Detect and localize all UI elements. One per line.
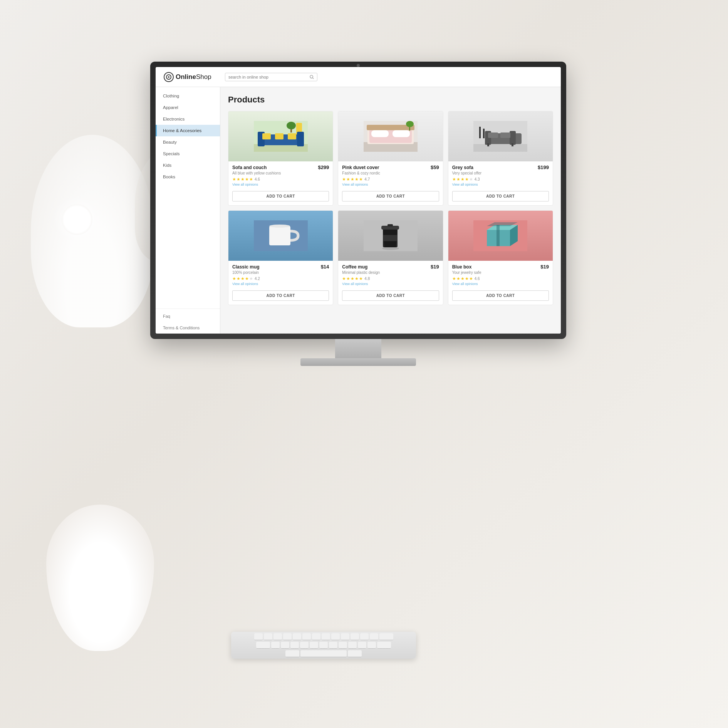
product-rating-sofa: ★ ★ ★ ★ ★ 4.6	[232, 177, 329, 182]
add-to-cart-duvet[interactable]: ADD TO CART	[342, 191, 439, 201]
search-bar[interactable]	[225, 73, 317, 81]
svg-point-24	[406, 121, 414, 127]
monitor-frame: OnlineShop Clothing	[150, 62, 566, 339]
monitor-neck	[335, 339, 381, 358]
svg-rect-12	[275, 133, 283, 139]
stars-sofa: ★ ★ ★ ★ ★	[232, 177, 253, 182]
product-image-duvet	[338, 111, 443, 161]
product-info-mug: Classic mug $14 100% porcelain ★ ★ ★	[228, 261, 333, 287]
svg-rect-10	[297, 132, 304, 146]
product-card-grey-sofa: Grey sofa $199 Very special offer ★ ★ ★	[448, 111, 553, 206]
product-name-sofa: Sofa and couch	[232, 165, 267, 170]
svg-point-2	[168, 76, 169, 78]
product-info-sofa: Sofa and couch $299 All blue with yellow…	[228, 161, 333, 188]
product-desc-box: Your jewelry safe	[452, 270, 549, 275]
rating-value-coffee-mug: 4.8	[364, 277, 370, 281]
product-card-sofa: Sofa and couch $299 All blue with yellow…	[228, 111, 333, 206]
sidebar-item-books[interactable]: Books	[156, 171, 220, 183]
svg-rect-44	[387, 224, 393, 226]
product-card-duvet: Pink duvet cover $59 Fashion & cozy nord…	[338, 111, 443, 206]
view-opinions-coffee-mug[interactable]: View all opinions	[342, 282, 439, 286]
product-image-sofa	[228, 111, 333, 161]
product-price-coffee-mug: $19	[431, 264, 439, 270]
view-opinions-sofa[interactable]: View all opinions	[232, 183, 329, 186]
sidebar-item-clothing[interactable]: Clothing	[156, 90, 220, 102]
sidebar-item-apparel[interactable]: Apparel	[156, 102, 220, 113]
keyboard	[231, 632, 416, 659]
view-opinions-duvet[interactable]: View all opinions	[342, 183, 439, 186]
svg-rect-20	[371, 130, 389, 137]
search-icon	[310, 75, 314, 79]
view-opinions-box[interactable]: View all opinions	[452, 282, 549, 286]
view-opinions-mug[interactable]: View all opinions	[232, 282, 329, 286]
svg-rect-26	[473, 144, 527, 152]
product-desc-mug: 100% porcelain	[232, 270, 329, 275]
page-title: Products	[228, 95, 553, 105]
sidebar-item-kids[interactable]: Kids	[156, 159, 220, 171]
sidebar-item-home[interactable]: Home & Accesories	[156, 125, 220, 136]
add-to-cart-box[interactable]: ADD TO CART	[452, 290, 549, 301]
add-to-cart-coffee-mug[interactable]: ADD TO CART	[342, 290, 439, 301]
product-name-mug: Classic mug	[232, 264, 260, 270]
logo: OnlineShop	[163, 72, 217, 82]
product-image-grey-sofa	[448, 111, 553, 161]
product-desc-coffee-mug: Minimal plastic design	[342, 270, 439, 275]
svg-point-3	[310, 75, 313, 78]
product-rating-duvet: ★ ★ ★ ★ ★ 4.7	[342, 177, 439, 182]
svg-point-40	[382, 247, 399, 250]
sidebar-nav: Clothing Apparel Electronics Home & Acce…	[156, 90, 220, 309]
product-price-sofa: $299	[318, 164, 329, 170]
svg-rect-34	[487, 143, 489, 146]
product-name-grey-sofa: Grey sofa	[452, 165, 473, 170]
monitor-base	[300, 358, 416, 366]
product-image-mug	[228, 211, 333, 261]
svg-rect-33	[500, 133, 510, 138]
add-to-cart-sofa[interactable]: ADD TO CART	[232, 191, 329, 201]
product-desc-duvet: Fashion & cozy nordic	[342, 171, 439, 175]
svg-rect-45	[383, 235, 398, 241]
product-info-duvet: Pink duvet cover $59 Fashion & cozy nord…	[338, 161, 443, 188]
product-rating-mug: ★ ★ ★ ★ ★ 4.2	[232, 276, 329, 281]
product-image-coffee-mug	[338, 211, 443, 261]
sidebar-item-electronics[interactable]: Electronics	[156, 113, 220, 125]
product-card-box: Blue box $19 Your jewelry safe ★ ★ ★	[448, 210, 553, 305]
sidebar-item-beauty[interactable]: Beauty	[156, 136, 220, 148]
app-header: OnlineShop	[156, 67, 561, 87]
product-card-coffee-mug: Coffee mug $19 Minimal plastic design ★ …	[338, 210, 443, 305]
rating-value-duvet: 4.7	[364, 177, 370, 181]
logo-text: OnlineShop	[176, 73, 211, 81]
svg-rect-27	[479, 127, 481, 138]
product-info-coffee-mug: Coffee mug $19 Minimal plastic design ★ …	[338, 261, 443, 287]
product-price-mug: $14	[321, 264, 329, 270]
product-desc-grey-sofa: Very special offer	[452, 171, 549, 175]
svg-point-15	[287, 122, 296, 129]
product-price-grey-sofa: $199	[538, 164, 549, 170]
sidebar-item-specials[interactable]: Specials	[156, 148, 220, 159]
add-to-cart-mug[interactable]: ADD TO CART	[232, 290, 329, 301]
monitor: OnlineShop Clothing	[150, 62, 566, 362]
app-body: Clothing Apparel Electronics Home & Acce…	[156, 87, 561, 334]
main-content: Products	[220, 87, 561, 334]
decorative-bulb	[62, 204, 92, 235]
product-desc-sofa: All blue with yellow cushions	[232, 171, 329, 175]
product-rating-box: ★ ★ ★ ★ ★ 4.6	[452, 276, 549, 281]
rating-value-box: 4.6	[475, 277, 480, 281]
product-image-box	[448, 211, 553, 261]
rating-value-sofa: 4.6	[255, 177, 260, 181]
add-to-cart-grey-sofa[interactable]: ADD TO CART	[452, 191, 549, 201]
svg-point-38	[269, 225, 290, 228]
sidebar-item-terms[interactable]: Terms & Conditions	[156, 322, 220, 334]
search-input[interactable]	[228, 75, 307, 79]
rating-value-mug: 4.2	[255, 277, 260, 281]
svg-rect-13	[288, 133, 296, 139]
svg-rect-37	[269, 226, 290, 245]
view-opinions-grey-sofa[interactable]: View all opinions	[452, 183, 549, 186]
product-price-box: $19	[540, 264, 549, 270]
product-rating-coffee-mug: ★ ★ ★ ★ ★ 4.8	[342, 276, 439, 281]
svg-line-4	[313, 78, 314, 79]
product-card-mug: Classic mug $14 100% porcelain ★ ★ ★	[228, 210, 333, 305]
sidebar: Clothing Apparel Electronics Home & Acce…	[156, 87, 220, 334]
svg-rect-50	[497, 225, 500, 246]
sidebar-item-faq[interactable]: Faq	[156, 310, 220, 322]
monitor-camera	[357, 64, 360, 67]
